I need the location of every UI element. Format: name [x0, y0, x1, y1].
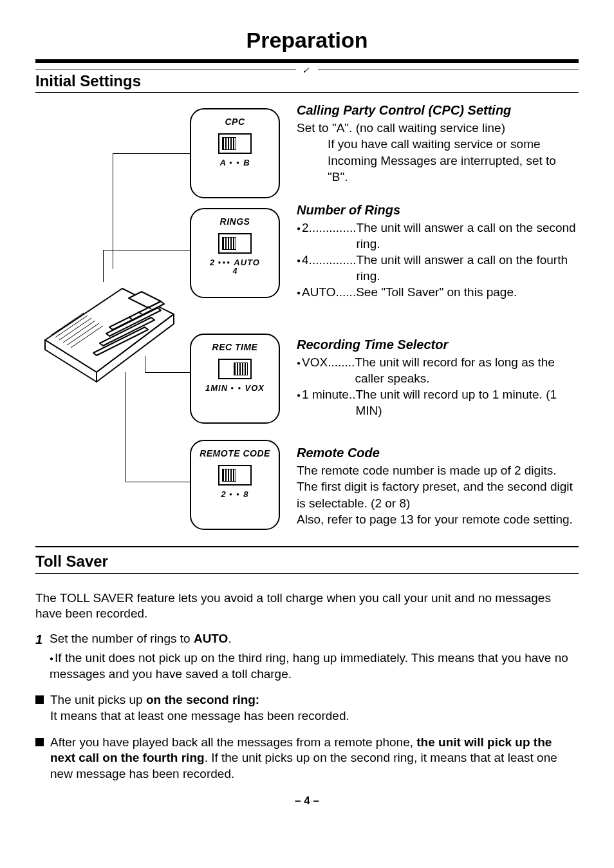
square-bullet-icon [35, 695, 44, 704]
step1-a: Set the number of rings to [50, 632, 194, 645]
rectime-scale: 1MINVOX [195, 383, 275, 394]
b2a: After you have played back all the messa… [50, 735, 416, 749]
toll-saver-step1-sub: If the unit does not pick up on the thir… [35, 650, 579, 682]
toll-saver-step1: 1 Set the number of rings to AUTO. [35, 631, 579, 648]
toll-saver-intro: The TOLL SAVER feature lets you avoid a … [35, 590, 579, 622]
b1b: on the second ring: [146, 693, 259, 706]
square-bullet-icon [35, 738, 44, 746]
callout-rectime: REC TIME 1MINVOX [190, 334, 280, 424]
rule-thick [35, 59, 579, 63]
cpc-line1: Set to "A". (no call waiting service lin… [297, 120, 579, 136]
rings-2-desc: The unit will answer a call on the secon… [357, 220, 579, 252]
remote-l1: The remote code number is made up of 2 d… [297, 462, 579, 478]
setting-rings: Number of Rings 2..............The unit … [297, 202, 579, 300]
rings-sub: 4 [195, 267, 275, 277]
rings-switch-icon [218, 233, 252, 254]
descriptions-column: Calling Party Control (CPC) Setting Set … [293, 102, 579, 531]
rectime-title: Recording Time Selector [297, 336, 579, 353]
b1a: The unit picks up [50, 693, 146, 706]
callout-rings-label: RINGS [195, 216, 275, 227]
callout-remote: REMOTE CODE 28 [190, 440, 280, 530]
heading-toll-saver: Toll Saver [35, 551, 579, 571]
rings-2-lead: 2.............. [297, 220, 357, 252]
rings-title: Number of Rings [297, 202, 579, 218]
toll-saver-bullet1: The unit picks up on the second ring: It… [35, 692, 579, 724]
rec-vox-desc: The unit will record for as long as the … [355, 354, 579, 386]
cpc-title: Calling Party Control (CPC) Setting [297, 102, 579, 118]
setting-rectime: Recording Time Selector VOX........The u… [297, 336, 579, 419]
page-title: Preparation [35, 26, 579, 54]
step1-b: AUTO [194, 632, 228, 645]
callout-rectime-label: REC TIME [195, 341, 275, 353]
setting-remote: Remote Code The remote code number is ma… [297, 444, 579, 527]
step1-c: . [228, 632, 231, 645]
rings-4-lead: 4.............. [297, 252, 357, 284]
remote-l3: Also, refer to page 13 for your remote c… [297, 511, 579, 527]
callout-rings: RINGS 2AUTO 4 [190, 208, 280, 298]
rec-1min-lead: 1 minute.. [297, 386, 355, 419]
device-illustration [32, 263, 180, 385]
toll-saver-bullet2: After you have played back all the messa… [35, 735, 579, 782]
cpc-scale: AB [195, 158, 275, 169]
settings-area: CPC AB RINGS 2AUTO 4 REC TIME 1MINVOX RE… [35, 102, 579, 540]
rule-under-heading [35, 92, 579, 93]
cpc-switch-icon [218, 133, 252, 154]
callout-remote-label: REMOTE CODE [195, 448, 275, 459]
page-number: – 4 – [35, 794, 579, 808]
rec-vox-lead: VOX........ [297, 354, 355, 386]
remote-switch-icon [218, 465, 252, 486]
b1c: It means that at least one message has b… [50, 709, 349, 722]
rings-auto-desc: See "Toll Saver" on this page. [356, 284, 579, 300]
rule-divider [35, 546, 579, 547]
setting-cpc: Calling Party Control (CPC) Setting Set … [297, 102, 579, 184]
rings-4-desc: The unit will answer a call on the fourt… [357, 252, 579, 284]
rec-1min-desc: The unit will record up to 1 minute. (1 … [355, 386, 579, 419]
rings-auto-lead: AUTO...... [297, 284, 356, 300]
cpc-line2: If you have call waiting service or some… [297, 136, 579, 184]
remote-scale: 28 [195, 489, 275, 500]
remote-title: Remote Code [297, 444, 579, 461]
callout-cpc-label: CPC [195, 116, 275, 127]
rule-under-toll [35, 573, 579, 574]
callout-cpc: CPC AB [190, 108, 280, 198]
diagram-column: CPC AB RINGS 2AUTO 4 REC TIME 1MINVOX RE… [35, 102, 293, 540]
rectime-switch-icon [218, 359, 252, 379]
remote-l2: The first digit is factory preset, and t… [297, 478, 579, 511]
